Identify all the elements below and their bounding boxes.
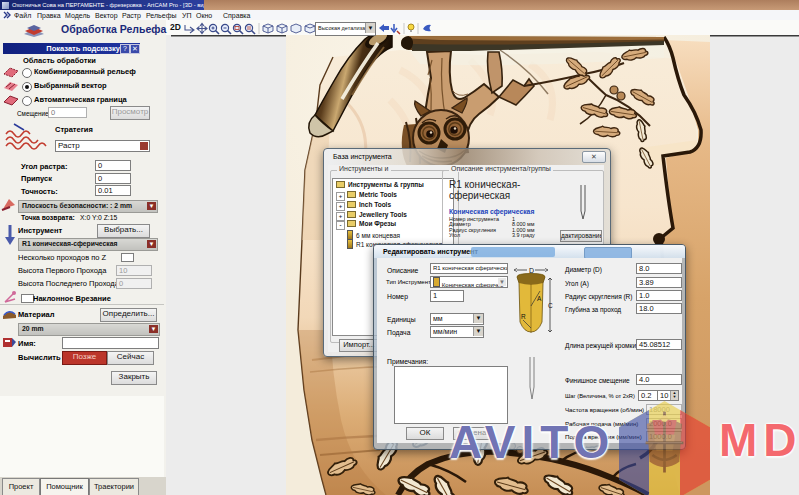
svg-text:A: A: [537, 295, 542, 302]
svg-text:C: C: [548, 302, 553, 309]
svg-text:D: D: [529, 267, 534, 274]
svg-text:R: R: [521, 313, 526, 320]
